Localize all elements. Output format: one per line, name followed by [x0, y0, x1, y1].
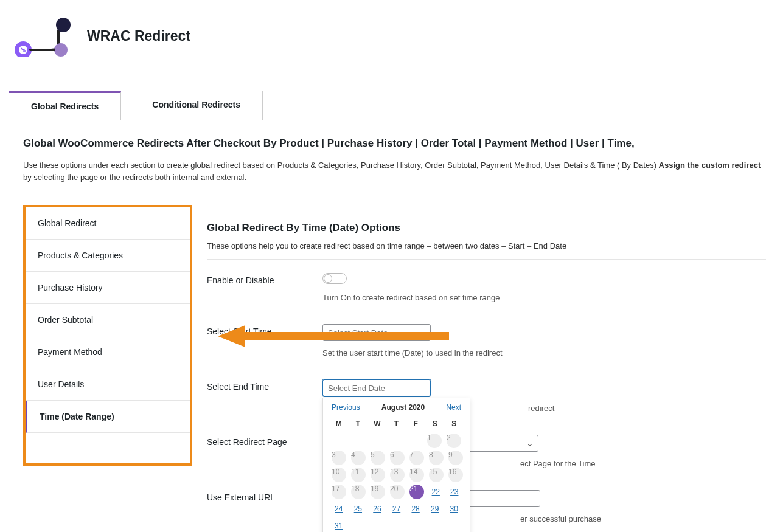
datepicker-day: 14	[409, 468, 424, 482]
datepicker-month: August 2020	[381, 403, 425, 412]
help-ext-fragment: er successful purchase	[520, 514, 601, 523]
plugin-logo	[9, 15, 78, 57]
settings-main: Global Redirect By Time (Date) Options T…	[207, 205, 766, 532]
datepicker-day: 16	[448, 468, 463, 482]
page-desc-bold: Assign the custom redirect	[659, 161, 761, 170]
datepicker-dow: S	[444, 415, 464, 432]
datepicker-day: 19	[371, 485, 385, 499]
datepicker-day: 1	[427, 434, 442, 448]
datepicker-day[interactable]: 24	[335, 505, 343, 513]
datepicker-dow: W	[367, 415, 387, 432]
datepicker-day: 15	[429, 468, 444, 482]
datepicker-day: 6	[390, 451, 405, 465]
input-start-date[interactable]	[322, 324, 431, 341]
content-pane: Global WooCommerce Redirects After Check…	[0, 120, 766, 532]
help-end-fragment: redirect	[528, 404, 554, 413]
sidebar-item-user-details[interactable]: User Details	[26, 368, 190, 401]
datepicker-day: 12	[371, 468, 385, 482]
sidebar-item-payment-method[interactable]: Payment Method	[26, 336, 190, 368]
datepicker-day[interactable]: 29	[431, 505, 439, 513]
datepicker-dow: T	[349, 415, 368, 432]
datepicker-day: 5	[371, 451, 385, 465]
datepicker-dow: F	[406, 415, 425, 432]
datepicker-day: 13	[390, 468, 405, 482]
datepicker-day: 17	[332, 485, 346, 499]
datepicker-day[interactable]: 27	[392, 505, 400, 513]
sidebar-item-global-redirect[interactable]: Global Redirect	[26, 207, 190, 240]
svg-point-3	[56, 18, 71, 32]
datepicker-dow: S	[425, 415, 445, 432]
tab-global-redirects[interactable]: Global Redirects	[9, 91, 121, 120]
page-description: Use these options under each section to …	[23, 159, 766, 183]
datepicker-day[interactable]: 31	[335, 522, 343, 530]
datepicker-day: 10	[332, 468, 346, 482]
help-start: Set the user start time (Date) to used i…	[322, 348, 766, 358]
settings-sidebar: Global Redirect Products & Categories Pu…	[23, 205, 192, 466]
sidebar-item-order-subtotal[interactable]: Order Subtotal	[26, 304, 190, 336]
page-desc-a: Use these options under each section to …	[23, 161, 659, 170]
page-desc-b: by selecting the page or the redirects b…	[23, 173, 246, 182]
sidebar-item-purchase-history[interactable]: Purchase History	[26, 272, 190, 304]
plugin-title: WRAC Redirect	[87, 28, 190, 44]
datepicker-prev[interactable]: Previous	[332, 403, 360, 412]
label-external-url: Use External URL	[207, 490, 322, 502]
datepicker-dow: T	[387, 415, 406, 432]
datepicker-day: 18	[351, 485, 366, 499]
datepicker-day[interactable]: 21	[409, 485, 424, 499]
sidebar-item-products-categories[interactable]: Products & Categories	[26, 240, 190, 272]
input-end-date[interactable]	[322, 379, 431, 396]
label-end-time: Select End Time	[207, 379, 322, 392]
toggle-enable[interactable]	[322, 273, 347, 284]
datepicker-day[interactable]: 22	[432, 488, 440, 496]
datepicker-day: 7	[409, 451, 424, 465]
datepicker-day: 4	[351, 451, 366, 465]
datepicker-day[interactable]: 28	[411, 505, 419, 513]
page-title: Global WooCommerce Redirects After Check…	[23, 137, 766, 150]
datepicker-popup[interactable]: Previous August 2020 Next MTWTFSS1234567…	[322, 398, 470, 532]
label-redirect-page: Select Redirect Page	[207, 435, 322, 447]
plugin-header: WRAC Redirect	[0, 0, 766, 72]
section-title: Global Redirect By Time (Date) Options	[207, 222, 766, 234]
help-page-fragment: ect Page for the Time	[520, 459, 596, 468]
datepicker-day[interactable]: 30	[450, 505, 458, 513]
datepicker-day: 2	[447, 434, 461, 448]
datepicker-next[interactable]: Next	[446, 403, 461, 412]
datepicker-day: 11	[351, 468, 366, 482]
label-enable: Enable or Disable	[207, 273, 322, 285]
sidebar-item-time-date-range[interactable]: Time (Date Range)	[26, 401, 190, 433]
tabs: Global Redirects Conditional Redirects	[9, 91, 766, 120]
datepicker-day[interactable]: 23	[450, 488, 458, 496]
datepicker-day: 8	[429, 451, 444, 465]
datepicker-day: 20	[390, 485, 405, 499]
datepicker-day[interactable]: 25	[354, 505, 362, 513]
datepicker-day: 9	[448, 451, 463, 465]
datepicker-dow: M	[329, 415, 349, 432]
tab-conditional-redirects[interactable]: Conditional Redirects	[130, 91, 263, 120]
datepicker-day: 3	[332, 451, 346, 465]
datepicker-day[interactable]: 26	[373, 505, 381, 513]
section-subtitle: These options help you to create redirec…	[207, 241, 766, 250]
label-start-time: Select Start Time	[207, 324, 322, 336]
svg-point-2	[54, 43, 68, 57]
help-enable: Turn On to create redirect based on set …	[322, 293, 766, 302]
